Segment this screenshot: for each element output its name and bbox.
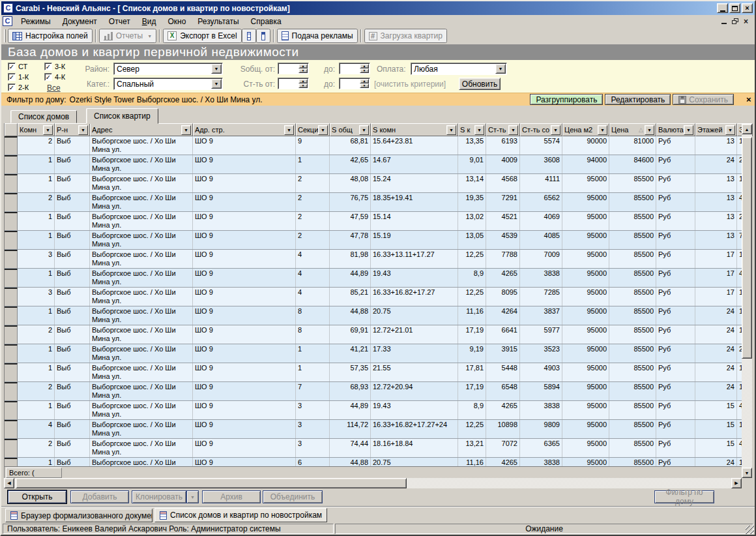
row-selector[interactable] [5,174,18,192]
export-excel-button[interactable]: X Экспорт в Excel [163,29,241,43]
column-header-4[interactable]: Секция▼ [296,123,330,136]
spin-down-icon[interactable]: ▼ [298,83,308,88]
column-filter-button[interactable]: ▼ [645,125,654,135]
row-selector[interactable] [5,401,18,419]
taskbar-tab-browser[interactable]: Браузер формализованного документооб... [5,509,153,522]
table-row[interactable]: 1ВыбВыборгское шос. / Хо Ши Мина ул.ШО 9… [5,458,752,466]
category-select[interactable]: Спальный ▼ [113,78,223,90]
table-row[interactable]: 1ВыбВыборгское шос. / Хо Ши Мина ул.ШО 9… [5,344,752,363]
cost-to-input[interactable]: ▲▼ [339,78,370,89]
table-row[interactable]: 1ВыбВыборгское шос. / Хо Ши Мина ул.ШО 9… [5,212,752,231]
table-row[interactable]: 1ВыбВыборгское шос. / Хо Ши Мина ул.ШО 9… [5,363,752,382]
row-selector[interactable] [5,155,18,173]
table-row[interactable]: 3ВыбВыборгское шос. / Хо Ши Мина ул.ШО 9… [5,288,752,306]
row-selector[interactable] [5,250,18,268]
area-to-input[interactable]: ▲▼ [339,63,370,74]
scroll-down-button[interactable]: ▼ [742,468,752,478]
column-filter-button[interactable]: ▼ [474,125,484,135]
column-header-13[interactable]: Этажей▼ [695,123,737,136]
menu-item-6[interactable]: Справка [245,16,287,27]
horizontal-scroll-thumb[interactable] [16,478,407,488]
all-rooms-link[interactable]: Все [47,83,61,93]
menu-item-0[interactable]: Режимы [15,16,57,27]
checkbox-st[interactable]: ✓СТ [8,62,27,71]
table-row[interactable]: 3ВыбВыборгское шос. / Хо Ши Мина ул.ШО 9… [5,250,752,269]
column-header-1[interactable]: Р-н▼ [55,123,90,136]
close-filter-button[interactable]: × [742,95,752,104]
spin-down-icon[interactable]: ▼ [298,68,308,73]
resize-grip[interactable] [746,526,754,534]
column-filter-button[interactable]: ▼ [446,125,456,135]
menu-item-5[interactable]: Результаты [192,16,244,27]
column-header-2[interactable]: Адрес▼ [90,123,193,136]
row-selector[interactable] [5,325,18,344]
row-selector[interactable] [5,306,18,325]
column-filter-button[interactable]: ▼ [318,125,328,135]
table-row[interactable]: 4ВыбВыборгское шос. / Хо Ши Мина ул.ШО 9… [5,420,752,439]
scroll-up-button[interactable]: ▲ [742,124,752,134]
submit-ads-button[interactable]: Подача рекламы [277,29,358,43]
column-filter-button[interactable]: ▼ [598,125,607,135]
table-row[interactable]: 2ВыбВыборгское шос. / Хо Ши Мина ул.ШО 9… [5,136,752,155]
checkbox-4k[interactable]: ✓4-К [44,72,65,82]
edit-button[interactable]: Редактировать [605,94,671,105]
vertical-scroll-thumb[interactable] [742,137,752,359]
row-selector[interactable] [5,420,18,438]
mdi-minimize-button[interactable] [721,19,727,24]
row-selector[interactable] [5,363,18,381]
menu-item-2[interactable]: Отчет [103,16,136,27]
row-selector-header[interactable] [5,123,18,136]
spin-up-icon[interactable]: ▲ [360,79,369,83]
refresh-button[interactable]: Обновить [459,78,501,90]
table-view-button[interactable] [256,29,270,43]
mdi-close-button[interactable]: × [744,18,748,25]
row-selector[interactable] [5,458,18,466]
column-header-8[interactable]: Ст-ть▼ [486,123,520,136]
menu-item-4[interactable]: Окно [162,16,192,27]
chevron-down-icon[interactable]: ▼ [495,64,506,74]
column-filter-button[interactable]: ▼ [508,125,518,135]
clear-criteria-link[interactable]: [очистить критерии] [374,80,446,89]
table-row[interactable]: 2ВыбВыборгское шос. / Хо Ши Мина ул.ШО 9… [5,193,752,212]
payment-select[interactable]: Любая ▼ [411,63,507,75]
close-button[interactable]: × [742,3,753,13]
open-button[interactable]: Открыть [8,490,66,503]
row-selector[interactable] [5,231,18,249]
row-selector[interactable] [5,288,18,306]
column-filter-button[interactable]: ▼ [551,125,560,135]
spin-up-icon[interactable]: ▲ [360,64,369,68]
row-selector[interactable] [5,269,18,287]
ungroup-button[interactable]: Разгруппировать [530,94,603,105]
table-row[interactable]: 2ВыбВыборгское шос. / Хо Ши Мина ул.ШО 9… [5,382,752,401]
column-header-6[interactable]: S комн▼ [371,123,458,136]
chevron-down-icon[interactable]: ▼ [211,64,222,74]
field-settings-button[interactable]: Настройка полей [8,29,93,43]
cost-from-input[interactable]: ▲▼ [278,78,309,89]
menu-item-3[interactable]: Вид [136,16,162,27]
column-filter-button[interactable]: ▼ [725,125,735,135]
chevron-down-icon[interactable]: ▼ [211,79,222,89]
table-row[interactable]: 1ВыбВыборгское шос. / Хо Ши Мина ул.ШО 9… [5,401,752,420]
table-row[interactable]: 1ВыбВыборгское шос. / Хо Ши Мина ул.ШО 9… [5,174,752,193]
area-from-input[interactable]: ▲▼ [278,63,309,74]
scroll-right-button[interactable]: ▶ [731,478,742,488]
row-selector[interactable] [5,344,18,363]
table-row[interactable]: 1ВыбВыборгское шос. / Хо Ши Мина ул.ШО 9… [5,155,752,174]
column-header-10[interactable]: Цена м2▼ [562,123,609,136]
column-header-9[interactable]: Ст-ть со▼ [520,123,562,136]
column-filter-button[interactable]: ▼ [78,125,88,135]
mdi-restore-button[interactable] [732,18,738,24]
column-filter-button[interactable]: ▼ [684,125,693,135]
checkbox-3k[interactable]: ✓3-К [44,62,65,71]
column-header-3[interactable]: Адр. стр.▼ [193,123,296,136]
minimize-button[interactable] [717,3,728,13]
table-row[interactable]: 1ВыбВыборгское шос. / Хо Ши Мина ул.ШО 9… [5,269,752,288]
spin-down-icon[interactable]: ▼ [360,68,369,73]
district-select[interactable]: Север ▼ [113,63,223,75]
table-row[interactable]: 1ВыбВыборгское шос. / Хо Ши Мина ул.ШО 9… [5,231,752,250]
column-header-12[interactable]: Валюта▼ [656,123,695,136]
checkbox-1k[interactable]: ✓1-К [8,72,29,82]
row-selector[interactable] [5,193,18,211]
tab-flats[interactable]: Список квартир [86,108,158,124]
table-row[interactable]: 2ВыбВыборгское шос. / Хо Ши Мина ул.ШО 9… [5,325,752,344]
